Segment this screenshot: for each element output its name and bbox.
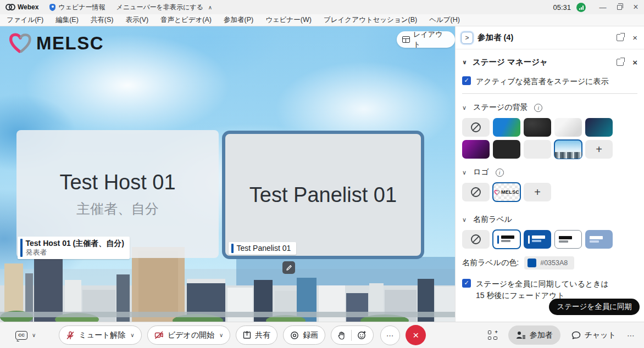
- chevron-down-icon[interactable]: ∨: [462, 169, 467, 176]
- host-name-label: Test Host 01 (主催者、自分) 発表者: [18, 237, 130, 259]
- background-gray-swatch[interactable]: [524, 140, 551, 159]
- checkbox-checked-icon[interactable]: ✓: [462, 76, 471, 85]
- chat-button-label: チャット: [585, 330, 616, 340]
- apps-icon[interactable]: +: [488, 330, 497, 340]
- name-label-style-filled-swatch[interactable]: [524, 230, 551, 249]
- chevron-down-icon[interactable]: ∨: [462, 59, 467, 66]
- sync-stage-to-all-button[interactable]: ステージを全員に同期: [549, 299, 640, 315]
- layout-grid-icon: [402, 36, 410, 43]
- popout-panel-icon[interactable]: [617, 34, 624, 41]
- minimize-button[interactable]: —: [595, 0, 611, 14]
- name-label-none-swatch[interactable]: [462, 230, 490, 249]
- background-add-swatch[interactable]: +: [585, 140, 613, 159]
- record-label: 録画: [303, 330, 318, 340]
- name-label-style-bar-swatch-selected[interactable]: [493, 230, 520, 249]
- background-teal-swatch[interactable]: [585, 118, 613, 137]
- chat-panel-button[interactable]: チャット: [571, 330, 616, 340]
- background-swatch-row-1: [456, 118, 644, 137]
- hide-menubar-button[interactable]: メニューバーを非表示にする ∧: [116, 3, 213, 12]
- participants-panel-title: 参加者 (4): [478, 32, 513, 43]
- menu-participants[interactable]: 参加者(P): [224, 15, 253, 25]
- ellipsis-icon: ⋯: [386, 331, 395, 340]
- name-label-color-picker[interactable]: #0353A8: [524, 256, 574, 270]
- webex-window: Webex ウェビナー情報 メニューバーを非表示にする ∧ 05:31 — × …: [0, 0, 644, 348]
- plus-icon: +: [534, 186, 541, 199]
- collapse-panel-button[interactable]: >: [461, 32, 473, 44]
- menu-edit[interactable]: 編集(E): [55, 15, 79, 25]
- logo-section-label: ロゴ: [473, 167, 489, 177]
- melsc-brand-text: MELSC: [36, 33, 104, 54]
- share-button[interactable]: 共有: [236, 325, 277, 345]
- sync-fade-label-line1: ステージを全員に同期しているときは: [476, 278, 609, 289]
- chevron-down-icon[interactable]: ∨: [462, 104, 467, 111]
- menu-file[interactable]: ファイル(F): [7, 15, 43, 25]
- webinar-info-button[interactable]: ウェビナー情報: [49, 3, 105, 12]
- name-label-style-translucent-swatch[interactable]: [585, 230, 613, 249]
- mic-muted-icon: [66, 331, 75, 340]
- menu-help[interactable]: ヘルプ(H): [429, 15, 460, 25]
- chevron-up-icon: ∧: [208, 4, 212, 10]
- start-video-chevron-icon[interactable]: ∨: [219, 332, 223, 338]
- melsc-mini-logo: MELSC: [494, 189, 519, 195]
- menu-view[interactable]: 表示(V): [125, 15, 148, 25]
- background-dark-swatch[interactable]: [524, 118, 551, 137]
- layout-button[interactable]: レイアウト: [397, 31, 455, 48]
- menu-breakout[interactable]: ブレイクアウトセッション(B): [324, 15, 417, 25]
- active-speaker-checkbox-row[interactable]: ✓ アクティブな発言者をステージに表示: [456, 76, 644, 87]
- more-options-button[interactable]: ⋯: [380, 325, 400, 345]
- start-video-button[interactable]: ビデオの開始 ∨: [147, 325, 231, 345]
- closed-captions-button[interactable]: CC ∨: [15, 325, 36, 345]
- menu-share[interactable]: 共有(S): [91, 15, 114, 25]
- info-icon[interactable]: i: [534, 104, 542, 112]
- name-label-style-plain-swatch[interactable]: [554, 230, 582, 249]
- none-icon: [470, 186, 482, 198]
- edit-tile-button[interactable]: [282, 261, 295, 274]
- background-none-swatch[interactable]: [462, 118, 490, 137]
- stage-manager-title: ステージ マネージャ: [473, 57, 548, 68]
- participants-panel-header: > 参加者 (4) ×: [456, 26, 644, 49]
- sync-fade-checkbox-row[interactable]: ✓ ステージを全員に同期しているときは 15 秒後にフェードアウト: [456, 278, 644, 301]
- menu-audio-video[interactable]: 音声とビデオ(A): [160, 15, 212, 25]
- background-light-swatch[interactable]: [554, 118, 582, 137]
- name-label-color-value: #0353A8: [540, 259, 568, 267]
- close-window-button[interactable]: ×: [628, 0, 644, 14]
- stage-area: MELSC レイアウト Test Host 01 主催者、自分 Test Hos…: [0, 26, 455, 322]
- participants-panel-button-active[interactable]: 参加者: [508, 325, 560, 345]
- divider: [462, 93, 637, 94]
- webex-rings-icon: [5, 4, 15, 10]
- reactions-group: [331, 325, 374, 345]
- unmute-button[interactable]: ミュート解除 ∨: [59, 325, 141, 345]
- name-label-accent-bar: [231, 244, 234, 254]
- logo-melsc-swatch-selected[interactable]: MELSC: [493, 183, 520, 201]
- video-tile-host[interactable]: Test Host 01 主催者、自分 Test Host 01 (主催者、自分…: [16, 130, 219, 258]
- menu-webinar[interactable]: ウェビナー(W): [265, 15, 312, 25]
- record-button[interactable]: 録画: [283, 325, 325, 345]
- cc-chevron-down-icon[interactable]: ∨: [32, 325, 36, 345]
- background-city-swatch-selected[interactable]: [554, 140, 582, 159]
- background-charcoal-swatch[interactable]: [493, 140, 520, 159]
- host-label-line2: 発表者: [26, 248, 124, 257]
- info-icon[interactable]: i: [496, 169, 504, 177]
- raise-hand-icon[interactable]: [338, 331, 346, 340]
- side-panel: > 参加者 (4) × ∨ ステージ マネージャ × ✓ アクティブな発言者をス…: [455, 26, 644, 322]
- video-tile-panelist-selected[interactable]: Test Panelist 01 Test Panelist 01: [222, 131, 424, 259]
- logo-add-swatch[interactable]: +: [524, 183, 551, 201]
- close-stage-manager-icon[interactable]: ×: [632, 58, 637, 66]
- more-panels-icon[interactable]: ⋯: [627, 331, 635, 340]
- leave-meeting-button[interactable]: ×: [406, 325, 426, 345]
- close-panel-icon[interactable]: ×: [632, 33, 637, 42]
- name-label-color-row: 名前ラベルの色: #0353A8: [456, 256, 644, 270]
- close-icon: ×: [413, 329, 419, 341]
- maximize-button[interactable]: [611, 0, 628, 14]
- hide-menubar-label: メニューバーを非表示にする: [116, 3, 203, 12]
- connection-quality-icon[interactable]: [576, 3, 586, 12]
- unmute-chevron-icon[interactable]: ∨: [130, 332, 134, 338]
- background-purple-swatch[interactable]: [462, 140, 490, 159]
- name-label-section-header: ∨ 名前ラベル: [456, 212, 644, 227]
- checkbox-checked-icon[interactable]: ✓: [462, 279, 471, 288]
- logo-none-swatch[interactable]: [462, 183, 490, 201]
- chevron-down-icon[interactable]: ∨: [462, 216, 467, 223]
- reactions-smiley-icon[interactable]: [357, 330, 367, 340]
- background-bluegreen-swatch[interactable]: [493, 118, 520, 137]
- popout-stage-manager-icon[interactable]: [617, 59, 624, 66]
